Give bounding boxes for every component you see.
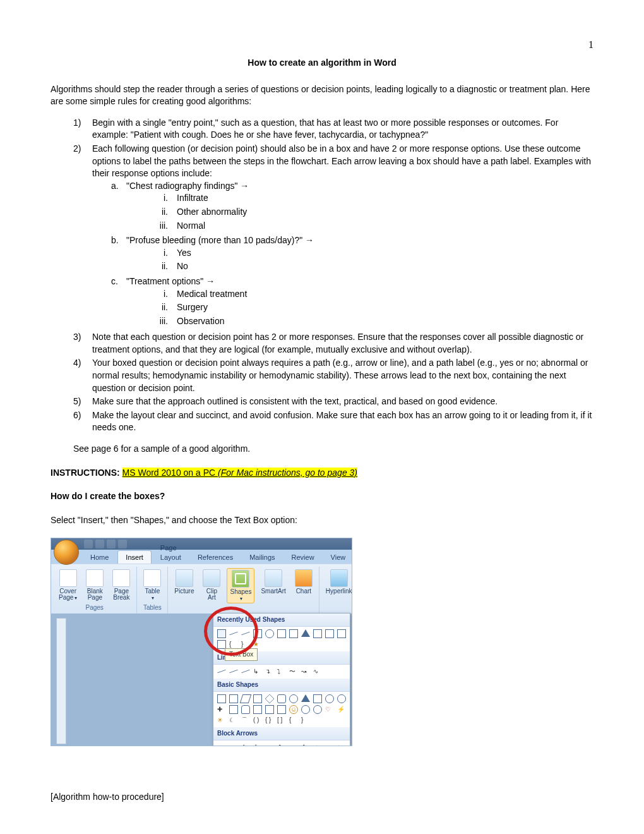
bevel-shape-icon[interactable] xyxy=(265,705,274,714)
page-break-icon xyxy=(112,569,130,587)
curve-shape-icon[interactable]: 〜 xyxy=(289,667,298,676)
save-icon[interactable] xyxy=(84,540,93,548)
tab-view[interactable]: View xyxy=(323,551,352,564)
tab-review[interactable]: Review xyxy=(284,551,322,564)
undo-icon[interactable] xyxy=(95,540,104,548)
brace-shape-icon[interactable]: } xyxy=(301,716,310,725)
block-arrow-icon[interactable]: ⤧ xyxy=(289,743,298,746)
chart-button[interactable]: Chart xyxy=(292,568,315,603)
block-arrow-icon[interactable]: ⇧ xyxy=(241,743,250,746)
smartart-button[interactable]: SmartArt xyxy=(258,568,288,603)
donut-shape-icon[interactable] xyxy=(301,705,310,714)
page-number: 1 xyxy=(588,38,593,52)
hyperlink-icon xyxy=(330,569,348,587)
picture-button[interactable]: Picture xyxy=(172,568,196,603)
connector-shape-icon[interactable]: ↴ xyxy=(265,667,274,676)
scribble-shape-icon[interactable]: ∿ xyxy=(313,667,322,676)
vertical-ruler xyxy=(56,618,66,744)
tab-insert[interactable]: Insert xyxy=(117,550,152,564)
oval-shape-icon[interactable] xyxy=(265,629,274,638)
connector-shape-icon[interactable]: ↳ xyxy=(253,667,262,676)
redo-icon[interactable] xyxy=(107,540,116,548)
oval-shape-icon[interactable] xyxy=(325,694,334,703)
table-button[interactable]: Table▾ xyxy=(141,568,164,602)
page-break-button[interactable]: PageBreak xyxy=(110,568,133,602)
clip-art-button[interactable]: ClipArt xyxy=(200,568,223,603)
right-triangle-shape-icon[interactable] xyxy=(313,694,322,703)
block-arrow-icon[interactable]: ⬏ xyxy=(313,743,322,746)
tab-mailings[interactable]: Mailings xyxy=(242,551,282,564)
oval-shape-icon[interactable] xyxy=(337,694,346,703)
line-shape-icon[interactable] xyxy=(229,632,237,636)
hyperlink-button[interactable]: Hyperlink xyxy=(323,568,352,596)
cube-shape-icon[interactable] xyxy=(253,705,262,714)
freeform-shape-icon[interactable]: ↝ xyxy=(301,667,310,676)
chart-icon xyxy=(295,569,313,587)
can-shape-icon[interactable] xyxy=(241,705,250,714)
diamond-shape-icon[interactable] xyxy=(265,694,275,704)
folded-corner-shape-icon[interactable] xyxy=(277,705,286,714)
block-arrow-icon[interactable]: ⇦ xyxy=(229,743,238,746)
footer-note: [Algorithm how-to procedure] xyxy=(51,791,164,804)
line-shape-icon[interactable] xyxy=(229,670,237,674)
sun-shape-icon[interactable]: ☀ xyxy=(217,716,226,725)
list-item: iii.Normal xyxy=(152,220,593,233)
rect-shape-icon[interactable] xyxy=(289,629,298,638)
list-item: 4) Your boxed question or decision point… xyxy=(73,357,593,394)
cover-page-button[interactable]: CoverPage▾ xyxy=(56,568,80,602)
block-arrow-icon[interactable]: ⬑ xyxy=(337,743,346,746)
rect-shape-icon[interactable] xyxy=(253,629,262,638)
arrow-shape-icon[interactable] xyxy=(217,640,226,649)
hexagon-shape-icon[interactable] xyxy=(229,705,238,714)
rounded-rect-shape-icon[interactable] xyxy=(277,694,286,703)
plus-shape-icon[interactable]: ✚ xyxy=(217,705,226,714)
textbox-shape-icon[interactable] xyxy=(217,694,226,703)
oval-shape-icon[interactable] xyxy=(289,694,298,703)
block-arrow-icon[interactable]: ✥ xyxy=(301,743,310,746)
textbox-shape-icon[interactable] xyxy=(217,629,226,638)
ribbon: CoverPage▾ BlankPage PageBreak Pages Tab… xyxy=(51,564,352,614)
textbox-tooltip: Text Box xyxy=(225,648,258,661)
connector-shape-icon[interactable]: ⤵ xyxy=(277,667,286,676)
no-symbol-shape-icon[interactable] xyxy=(313,705,322,714)
tab-page-layout[interactable]: Page Layout xyxy=(153,541,189,564)
lightning-shape-icon[interactable]: ⚡ xyxy=(337,705,346,714)
table-icon xyxy=(143,569,161,587)
brace-shape-icon[interactable]: { } xyxy=(265,716,274,725)
shapes-button[interactable]: Shapes▾ xyxy=(227,568,254,603)
ribbon-group-links: Hyperlink Bookmark xyxy=(319,567,352,613)
rect-shape-icon[interactable] xyxy=(277,629,286,638)
triangle-shape-icon[interactable] xyxy=(301,629,310,637)
brace-shape-icon[interactable]: { xyxy=(229,640,238,649)
arrow-shape-icon[interactable] xyxy=(337,629,346,638)
line-shape-icon[interactable] xyxy=(217,670,225,674)
rect-shape-icon[interactable] xyxy=(229,694,238,703)
trapezoid-shape-icon[interactable] xyxy=(253,694,262,703)
list-item: i.Infiltrate xyxy=(152,192,593,205)
qat-dropdown-icon[interactable] xyxy=(118,540,127,548)
arc-shape-icon[interactable]: ⌒ xyxy=(241,716,250,725)
triangle-shape-icon[interactable] xyxy=(301,694,310,702)
word-screenshot: Home Insert Page Layout References Maili… xyxy=(51,538,352,746)
block-arrow-icon[interactable]: ⇨ xyxy=(217,743,226,746)
bracket-shape-icon[interactable]: [ ] xyxy=(277,716,286,725)
parallelogram-shape-icon[interactable] xyxy=(240,694,252,703)
arrow-shape-icon[interactable] xyxy=(313,629,322,638)
smiley-shape-icon[interactable]: ☺ xyxy=(289,705,298,714)
arrow-shape-icon[interactable] xyxy=(325,629,334,638)
moon-shape-icon[interactable]: ☾ xyxy=(229,716,238,725)
tab-home[interactable]: Home xyxy=(83,551,116,564)
blank-page-button[interactable]: BlankPage xyxy=(83,568,106,602)
line-shape-icon[interactable] xyxy=(241,670,249,674)
brace-shape-icon[interactable]: { xyxy=(289,716,298,725)
bracket-shape-icon[interactable]: ( ) xyxy=(253,716,262,725)
block-arrow-icon[interactable]: ⇩ xyxy=(253,743,262,746)
block-arrow-icon[interactable]: ⇕ xyxy=(277,743,286,746)
line-shape-icon[interactable] xyxy=(241,632,249,636)
star-shape-icon[interactable]: ★ xyxy=(253,640,262,649)
heart-shape-icon[interactable]: ♡ xyxy=(325,705,334,714)
tab-references[interactable]: References xyxy=(190,551,241,564)
block-arrow-icon[interactable]: ⬐ xyxy=(325,743,334,746)
brace-shape-icon[interactable]: } xyxy=(241,640,250,649)
block-arrow-icon[interactable]: ⇔ xyxy=(265,743,274,746)
